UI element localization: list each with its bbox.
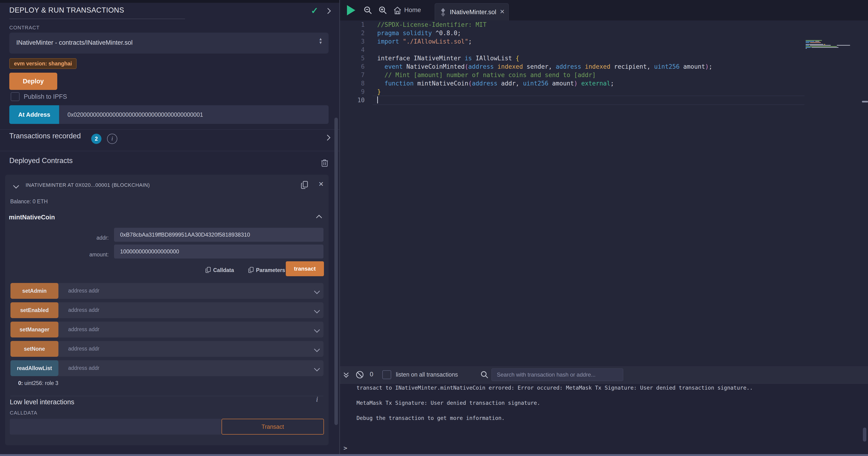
transactions-recorded-label: Transactions recorded <box>9 132 81 140</box>
minimap-segment <box>806 47 811 48</box>
transact-button[interactable]: transact <box>286 261 324 276</box>
ban-icon[interactable] <box>355 370 364 379</box>
code-token: function <box>384 80 413 87</box>
minimap-segment <box>806 46 837 47</box>
at-address-input[interactable]: 0x02000000000000000000000000000000000000… <box>67 111 203 118</box>
deploy-run-panel: DEPLOY & RUN TRANSACTIONS ✓ CONTRACT INa… <box>0 0 339 456</box>
calldata-input[interactable] <box>10 419 221 434</box>
chevron-right-icon[interactable] <box>326 9 330 14</box>
code-token: ; <box>709 63 713 70</box>
close-icon[interactable]: ✕ <box>500 8 505 16</box>
setEnabled-button[interactable]: setEnabled <box>10 302 58 318</box>
code-token <box>377 63 384 70</box>
code-token: mintNativeCoin <box>414 80 468 87</box>
tab-home[interactable]: Home <box>404 6 421 14</box>
setNone-input[interactable]: address addr <box>68 346 99 352</box>
chevron-down-icon[interactable] <box>315 347 319 352</box>
code-token: is <box>465 55 472 62</box>
copy-icon[interactable] <box>301 180 309 190</box>
setNone-button[interactable]: setNone <box>10 341 58 357</box>
minimap-line <box>806 42 861 43</box>
chevron-down-icon[interactable] <box>315 366 319 371</box>
remix-ide-window: DEPLOY & RUN TRANSACTIONS ✓ CONTRACT INa… <box>0 0 868 456</box>
tab-inativeminter[interactable]: INativeMinter.sol ✕ <box>435 3 509 21</box>
setEnabled-input[interactable]: address addr <box>68 307 99 313</box>
code-token: "./IAllowList.sol" <box>403 38 468 45</box>
listen-checkbox[interactable] <box>382 370 391 379</box>
minimap-segment <box>806 40 822 41</box>
code-line-2: 2pragma solidity ^0.8.0; <box>340 29 868 37</box>
code-token: ( <box>468 80 472 87</box>
open-function-name: mintNativeCoin <box>9 214 55 221</box>
minimap-line <box>806 43 861 44</box>
publish-ipfs-label: Publish to IPFS <box>24 93 67 101</box>
chevron-down-icon[interactable] <box>14 183 18 189</box>
calldata-label: CALLDATA <box>10 410 37 416</box>
low-level-transact-button[interactable]: Transact <box>221 419 324 434</box>
parameters-copy-action[interactable]: Parameters <box>248 266 285 274</box>
minimap-segment <box>806 48 807 49</box>
panel-scrollbar[interactable] <box>334 118 338 425</box>
terminal-scrollbar[interactable] <box>863 428 866 441</box>
readAllowList-button[interactable]: readAllowList <box>10 360 58 376</box>
home-icon[interactable] <box>393 6 402 15</box>
minimap-segment <box>824 44 825 45</box>
code-line-9: 9} <box>340 88 868 96</box>
minimap[interactable] <box>806 40 861 49</box>
amount-field-input[interactable]: 1000000000000000000 <box>114 245 323 258</box>
calldata-copy-action[interactable]: Calldata <box>205 266 234 274</box>
info-icon: i <box>316 395 318 404</box>
zoom-in-icon[interactable] <box>378 6 388 15</box>
double-chevron-down-icon[interactable] <box>344 371 349 377</box>
output-text: uint256: role 3 <box>23 380 58 386</box>
code-token <box>377 80 384 87</box>
contract-select[interactable]: INativeMinter - contracts/INativeMinter.… <box>9 33 329 54</box>
code-token: import <box>377 38 403 45</box>
addr-field-input[interactable]: 0xB78cbAa319ffBD899951AA30D4320f58189383… <box>114 228 323 242</box>
code-token: indexed <box>494 63 523 70</box>
code-token: { <box>516 55 519 62</box>
code-token: ; <box>610 80 614 87</box>
output-index: 0: <box>18 380 23 386</box>
code-area[interactable]: 1//SPDX-License-Identifier: MIT2pragma s… <box>340 21 868 366</box>
line-number: 10 <box>347 96 365 104</box>
line-number: 2 <box>347 29 365 37</box>
code-line-10: 10 <box>340 96 868 104</box>
setManager-button[interactable]: setManager <box>10 322 58 338</box>
terminal: 0 listen on all transactions Search with… <box>340 366 868 454</box>
terminal-count: 0 <box>370 371 373 378</box>
code-line-5: 5interface INativeMinter is IAllowList { <box>340 54 868 62</box>
readAllowList-input[interactable]: address addr <box>68 365 99 371</box>
function-row-setNone: setNoneaddress addr <box>10 341 323 357</box>
evm-version-badge: evm version: shanghai <box>9 58 76 69</box>
close-icon[interactable]: ✕ <box>318 180 324 188</box>
code-token: external <box>578 80 610 87</box>
chevron-right-icon[interactable] <box>325 136 330 141</box>
deploy-button[interactable]: Deploy <box>9 73 57 90</box>
trash-icon[interactable] <box>321 159 329 167</box>
setAdmin-input[interactable]: address addr <box>68 288 99 294</box>
chevron-down-icon[interactable] <box>315 289 319 294</box>
code-token: NativeCoinMinted <box>403 63 465 70</box>
minimap-line <box>806 40 861 41</box>
function-row-setManager: setManageraddress addr <box>10 322 323 338</box>
solidity-icon <box>440 8 446 17</box>
zoom-out-icon[interactable] <box>363 6 373 15</box>
code-token: amount <box>549 80 574 87</box>
code-line-4: 4 <box>340 46 868 54</box>
play-icon[interactable] <box>347 5 355 16</box>
minimap-segment <box>815 41 819 42</box>
balance-label: Balance: 0 ETH <box>10 198 48 205</box>
terminal-prompt[interactable]: > <box>343 444 347 452</box>
chevron-down-icon[interactable] <box>315 328 319 333</box>
publish-ipfs-checkbox[interactable] <box>11 92 20 101</box>
chevron-down-icon[interactable] <box>315 308 319 313</box>
terminal-search-input[interactable]: Search with transaction hash or addre... <box>492 368 623 381</box>
contract-select-value: INativeMinter - contracts/INativeMinter.… <box>16 39 133 46</box>
code-line-7: 7 // Mint [amount] number of native coin… <box>340 71 868 79</box>
setManager-input[interactable]: address addr <box>68 326 99 333</box>
chevron-up-icon[interactable] <box>317 216 321 221</box>
at-address-button[interactable]: At Address <box>9 105 59 124</box>
code-token: address <box>472 80 498 87</box>
setAdmin-button[interactable]: setAdmin <box>10 283 58 299</box>
